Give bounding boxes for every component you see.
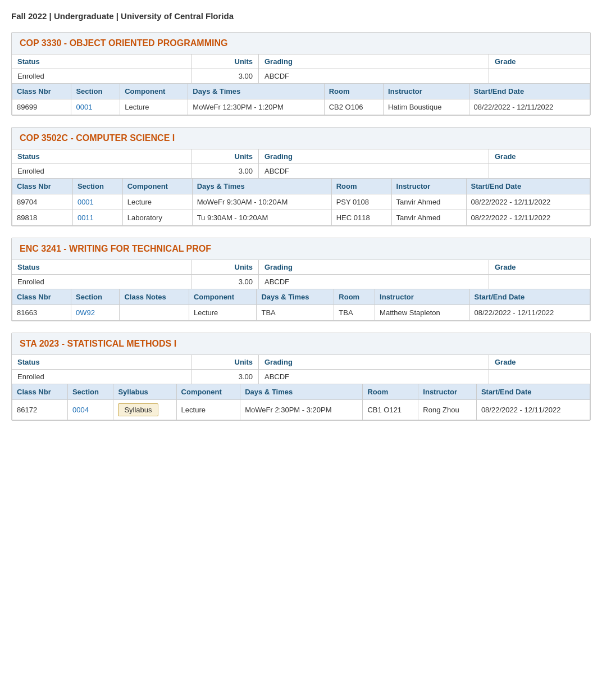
section-link[interactable]: 0011 bbox=[77, 213, 94, 222]
table-header-cell: Start/End Date bbox=[466, 179, 590, 194]
status-header-row: StatusUnitsGradingGrade bbox=[12, 260, 590, 275]
days-times-cell: MoWeFr 12:30PM - 1:20PM bbox=[188, 99, 324, 115]
table-header-cell: Section bbox=[71, 289, 119, 305]
component-cell: Lecture bbox=[122, 194, 192, 210]
section-cell[interactable]: 0001 bbox=[72, 194, 122, 210]
course-block-cop3330: COP 3330 - OBJECT ORIENTED PROGRAMMINGSt… bbox=[11, 32, 591, 116]
table-header-cell: Days & Times bbox=[257, 289, 334, 305]
room-cell: CB1 O121 bbox=[363, 400, 418, 420]
room-cell: HEC 0118 bbox=[331, 210, 391, 226]
start-end-date-cell: 08/22/2022 - 12/11/2022 bbox=[466, 194, 590, 210]
table-row: 861720004SyllabusLectureMoWeFr 2:30PM - … bbox=[12, 400, 590, 420]
grade-value bbox=[489, 370, 590, 384]
table-row: 896990001LectureMoWeFr 12:30PM - 1:20PMC… bbox=[12, 99, 590, 115]
table-header-cell: Section bbox=[72, 179, 122, 194]
room-cell: TBA bbox=[334, 305, 375, 321]
course-header: COP 3502C - COMPUTER SCIENCE I bbox=[12, 128, 590, 149]
section-cell[interactable]: 0001 bbox=[71, 99, 120, 115]
course-header: COP 3330 - OBJECT ORIENTED PROGRAMMING bbox=[12, 33, 590, 54]
course-block-cop3502c: COP 3502C - COMPUTER SCIENCE IStatusUnit… bbox=[11, 127, 591, 226]
table-header-cell: Section bbox=[67, 384, 113, 400]
table-header-cell: Days & Times bbox=[188, 84, 324, 99]
grading-value: ABCDF bbox=[259, 370, 489, 384]
grade-header-cell: Grade bbox=[489, 54, 590, 69]
status-value: Enrolled bbox=[12, 69, 191, 83]
course-detail-table: Class NbrSectionComponentDays & TimesRoo… bbox=[12, 178, 590, 226]
section-cell[interactable]: 0011 bbox=[72, 210, 122, 226]
course-detail-table: Class NbrSectionSyllabusComponentDays & … bbox=[12, 384, 590, 420]
grading-value: ABCDF bbox=[259, 69, 489, 83]
table-row: 816630W92LectureTBATBAMatthew Stapleton0… bbox=[12, 305, 590, 321]
course-title: COP 3330 - OBJECT ORIENTED PROGRAMMING bbox=[20, 38, 227, 48]
start-end-date-cell: 08/22/2022 - 12/11/2022 bbox=[466, 210, 590, 226]
class-nbr-cell: 89704 bbox=[12, 194, 73, 210]
course-detail-table: Class NbrSectionComponentDays & TimesRoo… bbox=[12, 83, 590, 115]
table-header-cell: Start/End Date bbox=[469, 289, 590, 305]
room-cell: CB2 O106 bbox=[324, 99, 383, 115]
grading-value: ABCDF bbox=[259, 275, 489, 289]
table-header-cell: Class Nbr bbox=[12, 179, 73, 194]
syllabus-button[interactable]: Syllabus bbox=[118, 403, 158, 416]
section-link[interactable]: 0001 bbox=[77, 198, 94, 206]
table-header-cell: Syllabus bbox=[113, 384, 176, 400]
grade-header-cell: Grade bbox=[489, 355, 590, 369]
component-cell: Lecture bbox=[120, 99, 188, 115]
status-header-row: StatusUnitsGradingGrade bbox=[12, 54, 590, 69]
instructor-cell: Tanvir Ahmed bbox=[391, 194, 466, 210]
units-header-cell: Units bbox=[191, 54, 259, 69]
table-header-cell: Instructor bbox=[384, 84, 469, 99]
table-header-cell: Room bbox=[324, 84, 383, 99]
status-value: Enrolled bbox=[12, 164, 191, 178]
grading-header-cell: Grading bbox=[259, 54, 489, 69]
instructor-cell: Tanvir Ahmed bbox=[391, 210, 466, 226]
course-header: STA 2023 - STATISTICAL METHODS I bbox=[12, 333, 590, 355]
status-data-row: Enrolled3.00ABCDF bbox=[12, 69, 590, 83]
days-times-cell: TBA bbox=[257, 305, 334, 321]
table-header-cell: Room bbox=[331, 179, 391, 194]
section-link[interactable]: 0004 bbox=[72, 406, 89, 414]
start-end-date-cell: 08/22/2022 - 12/11/2022 bbox=[476, 400, 590, 420]
course-title: STA 2023 - STATISTICAL METHODS I bbox=[20, 339, 176, 348]
section-link[interactable]: 0001 bbox=[76, 103, 92, 111]
units-header-cell: Units bbox=[191, 355, 259, 369]
grade-value bbox=[489, 164, 590, 178]
grading-header-cell: Grading bbox=[259, 260, 489, 274]
days-times-cell: MoWeFr 9:30AM - 10:20AM bbox=[192, 194, 331, 210]
course-block-sta2023: STA 2023 - STATISTICAL METHODS IStatusUn… bbox=[11, 333, 591, 421]
units-value: 3.00 bbox=[191, 69, 259, 83]
status-header-row: StatusUnitsGradingGrade bbox=[12, 149, 590, 164]
status-header-cell: Status bbox=[12, 54, 191, 69]
table-row: 898180011LaboratoryTu 9:30AM - 10:20AMHE… bbox=[12, 210, 590, 226]
table-header-cell: Start/End Date bbox=[469, 84, 590, 99]
class-nbr-cell: 89699 bbox=[12, 99, 71, 115]
grade-value bbox=[489, 275, 590, 289]
table-header-cell: Component bbox=[120, 84, 188, 99]
table-header-cell: Instructor bbox=[375, 289, 469, 305]
table-header-cell: Class Notes bbox=[120, 289, 189, 305]
section-cell[interactable]: 0W92 bbox=[71, 305, 119, 321]
component-cell: Laboratory bbox=[122, 210, 192, 226]
page-title: Fall 2022 | Undergraduate | University o… bbox=[11, 11, 591, 21]
table-header-cell: Component bbox=[122, 179, 192, 194]
course-title: ENC 3241 - WRITING FOR TECHNICAL PROF bbox=[20, 244, 211, 253]
instructor-cell: Rong Zhou bbox=[418, 400, 477, 420]
instructor-cell: Matthew Stapleton bbox=[375, 305, 469, 321]
units-value: 3.00 bbox=[191, 370, 259, 384]
section-link[interactable]: 0W92 bbox=[76, 308, 95, 317]
status-value: Enrolled bbox=[12, 275, 191, 289]
syllabus-cell[interactable]: Syllabus bbox=[113, 400, 176, 420]
units-header-cell: Units bbox=[191, 260, 259, 274]
units-header-cell: Units bbox=[191, 149, 259, 163]
course-header: ENC 3241 - WRITING FOR TECHNICAL PROF bbox=[12, 238, 590, 260]
table-header-cell: Class Nbr bbox=[12, 84, 71, 99]
room-cell: PSY 0108 bbox=[331, 194, 391, 210]
status-header-row: StatusUnitsGradingGrade bbox=[12, 355, 590, 370]
class-notes-cell bbox=[120, 305, 189, 321]
section-cell[interactable]: 0004 bbox=[67, 400, 113, 420]
days-times-cell: MoWeFr 2:30PM - 3:20PM bbox=[240, 400, 363, 420]
grading-value: ABCDF bbox=[259, 164, 489, 178]
units-value: 3.00 bbox=[191, 275, 259, 289]
table-row: 897040001LectureMoWeFr 9:30AM - 10:20AMP… bbox=[12, 194, 590, 210]
grading-header-cell: Grading bbox=[259, 355, 489, 369]
instructor-cell: Hatim Boustique bbox=[384, 99, 469, 115]
